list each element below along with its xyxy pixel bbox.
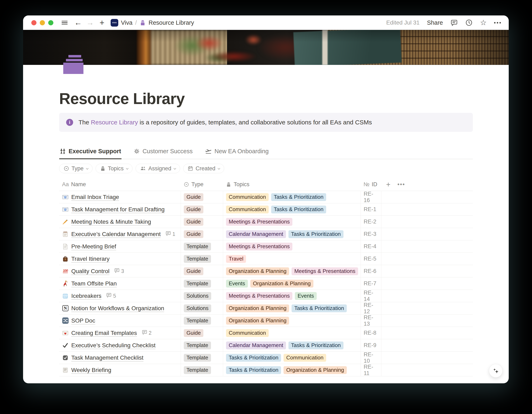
column-header-type[interactable]: Type — [181, 181, 223, 188]
topics-cell[interactable]: Communication — [223, 327, 361, 339]
topics-cell[interactable]: Organization & PlanningTasks & Prioritiz… — [223, 302, 361, 314]
name-cell[interactable]: Travel Itinerary — [59, 253, 181, 265]
comment-count-badge[interactable]: 5 — [106, 292, 116, 299]
tab-customer-success[interactable]: Customer Success — [133, 146, 193, 159]
type-cell[interactable]: Template — [181, 352, 223, 364]
ai-assistant-button[interactable] — [489, 364, 503, 377]
type-cell[interactable]: Solutions — [181, 302, 223, 314]
id-cell[interactable]: RE-9 — [361, 339, 381, 351]
comment-count-badge[interactable]: 3 — [114, 268, 124, 274]
column-header-id[interactable]: № ID — [361, 181, 381, 188]
page-link[interactable]: Weekly Briefing — [71, 367, 111, 373]
filter-chip-topics[interactable]: Topics — [95, 164, 133, 173]
name-cell[interactable]: Pre-Meeting Brief — [59, 240, 181, 253]
type-cell[interactable]: Guide — [181, 203, 223, 216]
name-cell[interactable]: Weekly Briefing — [59, 364, 181, 376]
page-link[interactable]: Travel Itinerary — [71, 256, 110, 262]
minimize-window-button[interactable] — [40, 20, 45, 25]
id-cell[interactable]: RE-10 — [361, 352, 381, 364]
page-archive-icon[interactable] — [63, 55, 84, 74]
add-property-button[interactable]: + — [386, 180, 390, 189]
page-link[interactable]: Pre-Meeting Brief — [71, 243, 116, 250]
topics-cell[interactable]: Travel — [223, 253, 361, 265]
topics-cell[interactable]: EventsOrganization & Planning — [223, 277, 361, 290]
id-cell[interactable]: RE-6 — [361, 265, 381, 277]
type-cell[interactable]: Template — [181, 240, 223, 253]
share-button[interactable]: Share — [427, 19, 443, 26]
type-cell[interactable]: Solutions — [181, 290, 223, 302]
name-cell[interactable]: Icebreakers5 — [59, 290, 181, 302]
tab-executive-support[interactable]: Executive Support — [59, 146, 122, 159]
type-cell[interactable]: Template — [181, 339, 223, 351]
id-cell[interactable]: RE-16 — [361, 191, 381, 203]
table-options-button[interactable]: ••• — [398, 181, 405, 188]
sidebar-toggle-icon[interactable] — [60, 18, 69, 27]
name-cell[interactable]: NNotion for Workflows & Organization — [59, 302, 181, 314]
close-window-button[interactable] — [31, 20, 37, 25]
filter-chip-created[interactable]: Created — [183, 164, 224, 173]
type-cell[interactable]: Guide — [181, 327, 223, 339]
topics-cell[interactable]: CommunicationTasks & Prioritization — [223, 203, 361, 216]
page-link[interactable]: Task Management Checklist — [71, 355, 143, 361]
zoom-window-button[interactable] — [48, 20, 53, 25]
topics-cell[interactable]: Tasks & PrioritizationCommunication — [223, 352, 361, 364]
page-link[interactable]: Executive’s Scheduling Checklist — [71, 342, 156, 349]
name-cell[interactable]: 100Quality Control3 — [59, 265, 181, 277]
topics-cell[interactable]: Organization & PlanningMeetings & Presen… — [223, 265, 361, 277]
name-cell[interactable]: Task Management Checklist — [59, 352, 181, 364]
type-cell[interactable]: Template — [181, 314, 223, 327]
type-cell[interactable]: Guide — [181, 228, 223, 240]
type-cell[interactable]: Template — [181, 364, 223, 376]
id-cell[interactable]: RE-5 — [361, 253, 381, 265]
type-cell[interactable]: Template — [181, 277, 223, 290]
name-cell[interactable]: Team Offsite Plan — [59, 277, 181, 290]
name-cell[interactable]: EEmail Inbox Triage — [59, 191, 181, 203]
topics-cell[interactable]: Organization & Planning — [223, 314, 361, 327]
more-options-icon[interactable] — [494, 22, 501, 23]
topics-cell[interactable]: Calendar ManagementTasks & Prioritizatio… — [223, 228, 361, 240]
resource-library-link[interactable]: Resource Library — [91, 119, 138, 126]
page-link[interactable]: Executive’s Calendar Management — [71, 231, 161, 237]
id-cell[interactable]: RE-1 — [361, 203, 381, 216]
forward-icon[interactable]: → — [86, 18, 95, 27]
topics-cell[interactable]: Meetings & Presentations — [223, 240, 361, 253]
page-link[interactable]: SOP Doc — [71, 317, 95, 324]
page-link[interactable]: Email Inbox Triage — [71, 194, 119, 200]
name-cell[interactable]: Executive’s Calendar Management1 — [59, 228, 181, 240]
page-link[interactable]: Notion for Workflows & Organization — [71, 305, 164, 312]
name-cell[interactable]: SOP Doc — [59, 314, 181, 327]
tab-new-ea-onboarding[interactable]: New EA Onboarding — [205, 146, 269, 159]
breadcrumb-page[interactable]: Resource Library — [149, 19, 194, 26]
page-link[interactable]: Task Management for Email Drafting — [71, 206, 165, 213]
type-cell[interactable]: Guide — [181, 216, 223, 228]
history-clock-icon[interactable] — [465, 19, 473, 26]
id-cell[interactable]: RE-12 — [361, 302, 381, 314]
comments-icon[interactable] — [450, 19, 458, 26]
name-cell[interactable]: Executive’s Scheduling Checklist — [59, 339, 181, 351]
page-link[interactable]: Icebreakers — [71, 293, 101, 299]
filter-chip-assigned[interactable]: Assigned — [136, 164, 180, 173]
back-icon[interactable]: ← — [74, 18, 83, 27]
type-cell[interactable]: Guide — [181, 265, 223, 277]
type-cell[interactable]: Template — [181, 253, 223, 265]
comment-count-badge[interactable]: 2 — [142, 329, 152, 336]
column-header-name[interactable]: Aa Name — [59, 181, 181, 188]
column-header-topics[interactable]: Topics — [223, 181, 361, 188]
topics-cell[interactable]: CommunicationTasks & Prioritization — [223, 191, 361, 203]
name-cell[interactable]: Meeting Notes & Minute Taking — [59, 216, 181, 228]
breadcrumb-workspace[interactable]: Viva — [121, 19, 133, 26]
topics-cell[interactable]: Meetings & Presentations — [223, 216, 361, 228]
topics-cell[interactable]: Meetings & PresentationsEvents — [223, 290, 361, 302]
id-cell[interactable]: RE-3 — [361, 228, 381, 240]
id-cell[interactable]: RE-14 — [361, 290, 381, 302]
page-link[interactable]: Team Offsite Plan — [71, 280, 117, 287]
filter-chip-type[interactable]: Type — [59, 164, 93, 173]
page-cover-image[interactable] — [23, 30, 509, 65]
page-link[interactable]: Quality Control — [71, 268, 109, 274]
id-cell[interactable]: RE-4 — [361, 240, 381, 253]
id-cell[interactable]: RE-13 — [361, 314, 381, 327]
page-link[interactable]: Meeting Notes & Minute Taking — [71, 218, 151, 225]
comment-count-badge[interactable]: 1 — [165, 231, 175, 237]
page-link[interactable]: Creating Email Templates — [71, 330, 137, 336]
new-page-icon[interactable]: + — [97, 18, 106, 27]
